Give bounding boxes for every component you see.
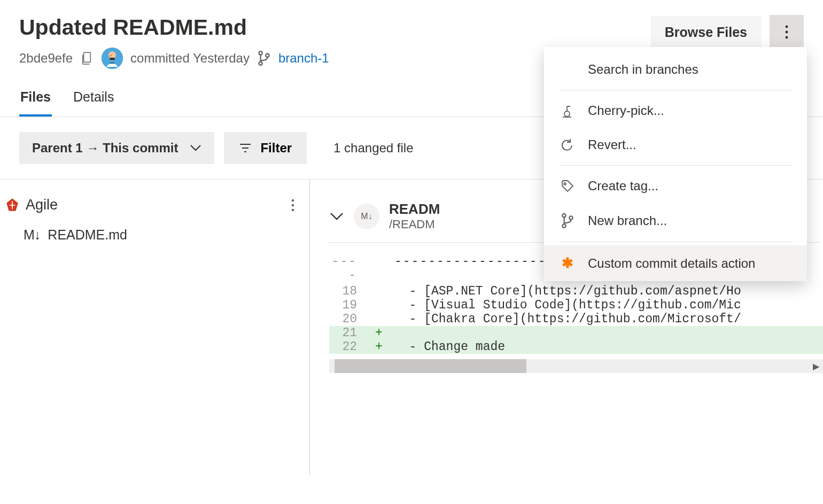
- svg-point-16: [564, 111, 570, 117]
- diff-line: 18 - [ASP.NET Core](https://github.com/a…: [329, 284, 823, 298]
- compare-dropdown[interactable]: Parent 1 → This commit: [19, 132, 214, 164]
- changed-files-label: 1 changed file: [333, 141, 413, 156]
- browse-files-button[interactable]: Browse Files: [651, 16, 761, 49]
- branch-link[interactable]: branch-1: [278, 51, 329, 66]
- menu-item[interactable]: Search in branches: [544, 52, 807, 87]
- avatar: [102, 48, 123, 69]
- horizontal-scrollbar[interactable]: ▶: [329, 359, 823, 373]
- menu-item[interactable]: Cherry-pick...: [544, 94, 807, 128]
- diff-file-title: READM: [389, 201, 440, 218]
- file-tree: Agile M↓ README.md: [0, 180, 310, 475]
- tree-file[interactable]: M↓ README.md: [5, 218, 309, 243]
- repo-icon: [5, 197, 19, 213]
- tab-details[interactable]: Details: [72, 89, 115, 117]
- svg-point-15: [292, 208, 294, 211]
- menu-item[interactable]: New branch...: [544, 203, 807, 238]
- branch-icon: [559, 213, 576, 229]
- more-actions-button[interactable]: [770, 15, 804, 49]
- svg-point-19: [562, 224, 565, 227]
- menu-item[interactable]: ✱Custom commit details action: [544, 245, 807, 281]
- svg-point-6: [266, 53, 269, 57]
- markdown-diff-icon: M↓: [24, 227, 40, 243]
- tree-file-name: README.md: [48, 227, 127, 243]
- menu-item[interactable]: Create tag...: [544, 169, 807, 203]
- more-actions-menu: Search in branchesCherry-pick...Revert..…: [544, 47, 807, 281]
- tag-icon: [559, 179, 576, 193]
- svg-point-4: [259, 51, 262, 55]
- svg-point-20: [569, 216, 572, 219]
- svg-point-7: [786, 26, 788, 28]
- collapse-file-icon[interactable]: [329, 212, 344, 221]
- menu-item-label: Search in branches: [588, 62, 698, 77]
- svg-rect-0: [84, 52, 91, 62]
- svg-point-17: [564, 183, 566, 185]
- diff-file-path: /READM: [389, 218, 440, 231]
- menu-item-label: Custom commit details action: [588, 256, 755, 271]
- committed-label: committed Yesterday: [130, 51, 250, 66]
- copy-icon[interactable]: [80, 51, 94, 65]
- diff-line: 21+: [329, 326, 823, 340]
- filter-button[interactable]: Filter: [224, 132, 307, 164]
- svg-point-5: [259, 61, 262, 65]
- file-type-icon: M↓: [354, 204, 379, 229]
- diff-line: 19 - [Visual Studio Code](https://github…: [329, 298, 823, 312]
- svg-rect-3: [110, 58, 115, 60]
- menu-item-label: Revert...: [588, 137, 636, 152]
- svg-point-9: [786, 36, 788, 39]
- svg-point-14: [292, 204, 294, 206]
- menu-item-label: New branch...: [588, 213, 667, 228]
- menu-item[interactable]: Revert...: [544, 128, 807, 162]
- filter-icon: [239, 143, 252, 153]
- svg-point-13: [292, 199, 294, 201]
- diff-line: 20 - [Chakra Core](https://github.com/Mi…: [329, 312, 823, 326]
- repo-name[interactable]: Agile: [26, 197, 58, 213]
- menu-item-label: Create tag...: [588, 179, 658, 193]
- tab-files[interactable]: Files: [19, 89, 52, 117]
- chevron-down-icon: [190, 144, 201, 152]
- commit-hash: 2bde9efe: [19, 51, 73, 66]
- branch-icon: [257, 50, 271, 66]
- menu-item-label: Cherry-pick...: [588, 103, 664, 118]
- svg-point-18: [562, 214, 565, 217]
- diff-line: 22+ - Change made: [329, 340, 823, 354]
- star-icon: ✱: [559, 255, 576, 272]
- revert-icon: [559, 138, 576, 152]
- tree-item-menu[interactable]: [286, 199, 300, 212]
- svg-point-8: [786, 31, 788, 34]
- cherry-icon: [559, 103, 576, 118]
- page-title: Updated README.md: [19, 15, 651, 40]
